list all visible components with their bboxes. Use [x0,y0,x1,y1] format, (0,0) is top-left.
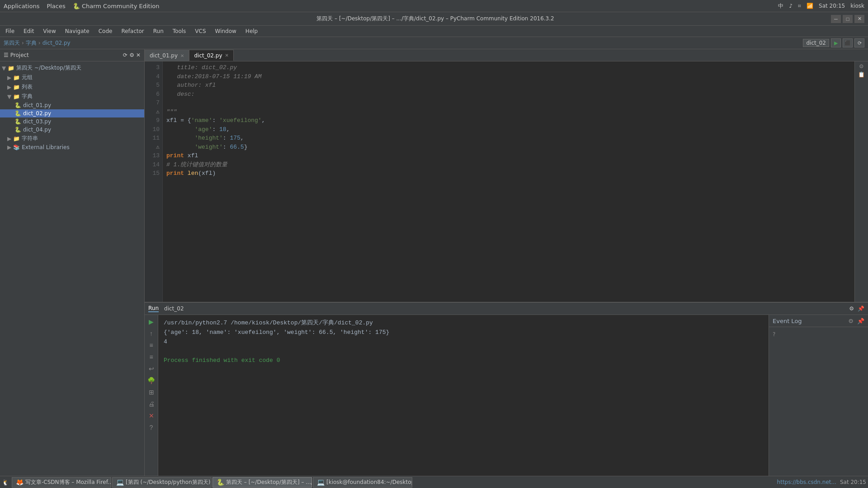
run-tab-run[interactable]: Run [148,305,159,312]
menu-navigate[interactable]: Navigate [61,27,93,35]
tree-root-label: 第四天 ~/Desktop/第四天 [16,64,81,72]
tree-root[interactable]: ▼ 📁 第四天 ~/Desktop/第四天 [0,63,144,73]
tree-item-dict04[interactable]: 🐍 dict_04.py [0,126,144,134]
run-again-button[interactable]: ▶ [146,317,156,327]
run-panel-pin[interactable]: 📌 [858,305,864,312]
tree-item-dict03[interactable]: 🐍 dict_03.py [0,117,144,126]
tab-dict02-label: dict_02.py [194,52,222,59]
volume-icon: ♪ [789,3,793,9]
hide-icon[interactable]: ✕ [136,52,141,58]
run-cmd-line: /usr/bin/python2.7 /home/kiosk/Desktop/第… [164,319,763,328]
tab-dict01-close[interactable]: ✕ [180,53,184,58]
breadcrumb-item-2[interactable]: 字典 [26,39,37,47]
taskbar-item-firefox[interactable]: 🦊 写文章-CSDN博客 – Mozilla Firef... [12,477,111,488]
bluetooth-icon: ⌗ [798,3,801,9]
menu-vcs[interactable]: VCS [191,27,209,35]
breadcrumb-item-1[interactable]: 第四天 [4,39,20,47]
stop-run-button[interactable]: ✕ [146,411,156,421]
code-content[interactable]: title: dict_02.py date:2018-07-15 11:19 … [163,61,854,302]
taskbar: 🐧 🦊 写文章-CSDN博客 – Mozilla Firef... 💻 [第四 … [0,476,868,488]
run-panel-body: ▶ ↑ ≡ ≡ ↩ 🌳 ⊞ 🖨 ✕ ? /usr/bin/python2.7 /… [145,315,868,478]
wrap-button[interactable]: ↩ [146,364,156,374]
tree-item-external-libs[interactable]: ▶ 📚 External Libraries [0,143,144,151]
print-button[interactable]: 🖨 [146,399,156,409]
tree-item-zifuchuan[interactable]: ▶ 📁 字符串 [0,134,144,143]
menu-help[interactable]: Help [242,27,261,35]
minimize-button[interactable]: ─ [831,15,841,23]
menu-refactor[interactable]: Refactor [118,27,147,35]
maximize-button[interactable]: □ [843,15,853,23]
event-log-pin2[interactable]: 📌 [857,318,864,324]
tree-item-dict02[interactable]: 🐍 dict_02.py [0,109,144,117]
network-icon: 📶 [807,3,813,9]
close-button[interactable]: ✕ [854,15,864,23]
taskbar-item-terminal2[interactable]: 💻 [kiosk@foundation84:~/Desktop] [313,477,412,488]
taskbar-terminal2-label: [kiosk@foundation84:~/Desktop] [326,479,412,485]
tree-item-zidian[interactable]: ▼ 📁 字典 [0,92,144,101]
tab-dict02-close[interactable]: ✕ [225,53,229,58]
event-log-settings[interactable]: ⚙ [848,318,854,324]
breadcrumb-sep-2: › [38,40,41,46]
line-num-12: ⚠ [145,143,160,152]
stop-button[interactable]: ⬛ [843,38,853,47]
tree-label-ext-libs: External Libraries [22,144,69,150]
rerun-button[interactable]: ⟳ [854,38,864,47]
line-num-10: 10 [145,125,160,134]
taskbar-right: https://bbs.csdn.net... Sat 20:15 [777,479,866,485]
code-editor[interactable]: 3 4 5 6 7 ⚠ 9 10 11 ⚠ 13 14 15 t [145,61,854,302]
event-log-panel: Event Log ⚙ 📌 ? [769,315,868,478]
terminal1-icon: 💻 [116,479,124,486]
pycharm-logo: 🐍 [73,3,80,9]
breadcrumb-item-3[interactable]: dict_02.py [42,40,71,46]
expand-arrow: ▼ [2,65,6,71]
scroll-down-button[interactable]: ≡ [146,352,156,362]
panel-icons: ⟳ ⚙ ✕ [123,52,141,58]
taskbar-item-pycharm[interactable]: 🐍 第四天 – [~/Desktop/第四天] – .../... [212,477,312,488]
run-button[interactable]: ▶ [831,38,841,47]
title-text: 第四天 – [~/Desktop/第四天] – .../字典/dict_02.p… [40,15,831,23]
tree-item-liebiao[interactable]: ▶ 📁 列表 [0,82,144,92]
menu-edit[interactable]: Edit [20,27,38,35]
sync-icon[interactable]: ⟳ [123,52,127,58]
py-icon-dict03: 🐍 [14,118,21,125]
run-panel: Run dict_02 ⚙ 📌 ▶ ↑ ≡ ≡ ↩ 🌳 [145,302,868,478]
menu-file[interactable]: File [2,27,18,35]
event-log-gear2: 📋 [858,71,865,78]
tree-button[interactable]: 🌳 [146,375,156,385]
scroll-up-button[interactable]: ≡ [146,340,156,350]
run-controls: dict_02 ▶ ⬛ ⟳ [803,38,864,47]
filter-button[interactable]: ⊞ [146,387,156,397]
tab-dict02[interactable]: dict_02.py ✕ [189,50,233,61]
menu-window[interactable]: Window [212,27,240,35]
taskbar-pycharm-label: 第四天 – [~/Desktop/第四天] – .../... [226,479,312,486]
taskbar-item-terminal1[interactable]: 💻 [第四 (~/Desktop/python第四天) – ... [112,477,212,488]
editor-tabs: dict_01.py ✕ dict_02.py ✕ [145,49,868,61]
menu-view[interactable]: View [39,27,59,35]
project-tree: ▼ 📁 第四天 ~/Desktop/第四天 ▶ 📁 元组 ▶ 📁 列表 [0,61,144,488]
help-run-button[interactable]: ? [146,422,156,432]
menu-code[interactable]: Code [95,27,116,35]
run-panel-gear[interactable]: ⚙ [849,305,854,312]
places-menu[interactable]: Places [47,3,65,9]
menu-run[interactable]: Run [150,27,167,35]
tree-item-dict01[interactable]: 🐍 dict_01.py [0,101,144,109]
pycharm-icon: 🐍 [217,479,224,486]
expand-arrow-zidian: ▼ [7,94,11,100]
line-num-7: 7 [145,99,160,108]
run-tab-name[interactable]: dict_02 [164,305,184,312]
tab-dict01[interactable]: dict_01.py ✕ [145,50,189,61]
gear-icon[interactable]: ⚙ [129,52,134,58]
run-config-label[interactable]: dict_02 [803,39,829,47]
menu-bar: File Edit View Navigate Code Refactor Ru… [0,26,868,37]
folder-icon: 📁 [8,65,14,71]
line-num-13: 13 [145,151,160,160]
rerun-button2[interactable]: ↑ [146,328,156,338]
applications-menu[interactable]: Applications [4,3,39,9]
tree-item-yuanzu[interactable]: ▶ 📁 元组 [0,73,144,82]
system-bar-left: Applications Places 🐍 Charm Community Ed… [4,3,159,9]
py-icon-dict02: 🐍 [14,110,21,117]
tree-label-dict01: dict_01.py [23,102,51,108]
line-num-4: 4 [145,72,160,81]
menu-tools[interactable]: Tools [169,27,190,35]
taskbar-firefox-label: 写文章-CSDN博客 – Mozilla Firef... [25,479,111,486]
